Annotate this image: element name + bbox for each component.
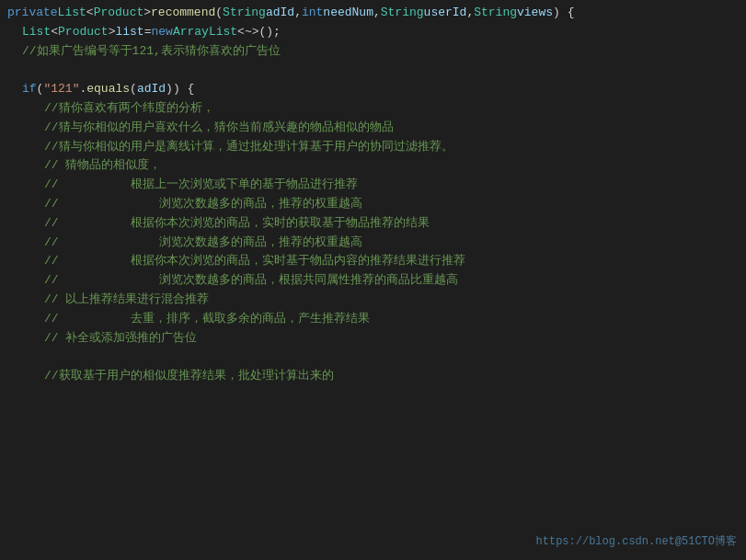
punct-lt: < (86, 4, 94, 23)
keyword-int: int (302, 4, 323, 23)
param-adid-ref: adId (137, 80, 166, 99)
punct-dot: . (79, 80, 86, 99)
comment-8: // 根据你本次浏览的商品，实时的获取基于物品推荐的结果 (44, 214, 430, 234)
string-121: "121" (43, 80, 79, 99)
punct-gt2: > (109, 23, 116, 42)
code-line-2: List < Product > list = new ArrayList <~… (0, 23, 746, 42)
keyword-private: private (7, 4, 58, 23)
type-product-2: Product (58, 23, 109, 42)
punct-gt: > (143, 4, 151, 23)
punct-eq-open: ( (130, 80, 137, 99)
type-list: List (58, 4, 86, 23)
param-adid: adId (266, 4, 294, 23)
comment-14: // 补全或添加强推的广告位 (44, 329, 197, 349)
comment-15: //获取基于用户的相似度推荐结果，批处理计算出来的 (44, 367, 334, 386)
punct-diamond: <~>(); (237, 23, 281, 42)
code-line-8: //猜与你相似的用户是离线计算，通过批处理计算基于用户的协同过滤推荐。 (0, 138, 746, 157)
code-line-6: //猜你喜欢有两个纬度的分析， (0, 99, 746, 119)
type-string-3: String (474, 4, 517, 23)
comment-12: // 以上推荐结果进行混合推荐 (44, 291, 209, 310)
type-arraylist: ArrayList (173, 23, 237, 42)
param-views: views (517, 4, 553, 23)
comment-11: // 浏览次数越多的商品，根据共同属性推荐的商品比重越高 (44, 271, 458, 291)
punct-comma-1: , (294, 4, 302, 23)
watermark: https://blog.csdn.net@51CTO博客 (536, 533, 737, 551)
code-line-18: // 补全或添加强推的广告位 (0, 329, 746, 349)
keyword-if: if (22, 80, 37, 99)
punct-lt2: < (51, 23, 58, 42)
punct-close: ) { (553, 4, 574, 23)
punct-if-close: )) { (166, 80, 194, 99)
punct-comma-2: , (373, 4, 381, 23)
comment-3: //猜与你相似的用户喜欢什么，猜你当前感兴趣的物品相似的物品 (44, 119, 394, 138)
code-line-17: // 去重，排序，截取多余的商品，产生推荐结果 (0, 310, 746, 329)
code-line-11: // 浏览次数越多的商品，推荐的权重越高 (0, 195, 746, 214)
comment-2: //猜你喜欢有两个纬度的分析， (44, 99, 214, 119)
param-neednum: needNum (323, 4, 373, 23)
code-line-13: // 浏览次数越多的商品，推荐的权重越高 (0, 234, 746, 253)
comment-4: //猜与你相似的用户是离线计算，通过批处理计算基于用户的协同过滤推荐。 (44, 138, 453, 157)
punct-if-open: ( (37, 80, 44, 99)
type-product: Product (94, 4, 144, 23)
type-string-1: String (223, 4, 266, 23)
code-line-19 (0, 348, 746, 367)
code-line-4 (0, 61, 746, 80)
code-line-7: //猜与你相似的用户喜欢什么，猜你当前感兴趣的物品相似的物品 (0, 119, 746, 138)
code-line-20: //获取基于用户的相似度推荐结果，批处理计算出来的 (0, 367, 746, 386)
punct-comma-3: , (466, 4, 474, 23)
param-userid: userId (424, 4, 467, 23)
code-line-9: // 猜物品的相似度， (0, 156, 746, 176)
comment-10: // 根据你本次浏览的商品，实时基于物品内容的推荐结果进行推荐 (44, 252, 465, 271)
comment-6: // 根据上一次浏览或下单的基于物品进行推荐 (44, 176, 358, 195)
code-line-10: // 根据上一次浏览或下单的基于物品进行推荐 (0, 176, 746, 195)
method-recommend: recommend (151, 4, 215, 23)
comment-1: //如果广告编号等于121,表示猜你喜欢的广告位 (22, 42, 281, 62)
comment-9: // 浏览次数越多的商品，推荐的权重越高 (44, 234, 362, 253)
comment-5: // 猜物品的相似度， (44, 156, 161, 176)
method-equals: equals (86, 80, 130, 99)
code-line-1: private List < Product > recommend ( Str… (0, 4, 746, 23)
code-line-15: // 浏览次数越多的商品，根据共同属性推荐的商品比重越高 (0, 271, 746, 291)
code-line-5: if ( "121" . equals ( adId )) { (0, 80, 746, 99)
comment-7: // 浏览次数越多的商品，推荐的权重越高 (44, 195, 362, 214)
code-line-14: // 根据你本次浏览的商品，实时基于物品内容的推荐结果进行推荐 (0, 252, 746, 271)
keyword-new: new (151, 23, 172, 42)
code-line-12: // 根据你本次浏览的商品，实时的获取基于物品推荐的结果 (0, 214, 746, 234)
punct-open-paren: ( (215, 4, 223, 23)
type-list-2: List (22, 23, 51, 42)
code-line-3: //如果广告编号等于121,表示猜你喜欢的广告位 (0, 42, 746, 62)
code-container: private List < Product > recommend ( Str… (0, 0, 746, 560)
op-assign: = (144, 23, 152, 42)
comment-13: // 去重，排序，截取多余的商品，产生推荐结果 (44, 310, 370, 329)
type-string-2: String (381, 4, 424, 23)
var-list: list (115, 23, 143, 42)
code-line-16: // 以上推荐结果进行混合推荐 (0, 291, 746, 310)
